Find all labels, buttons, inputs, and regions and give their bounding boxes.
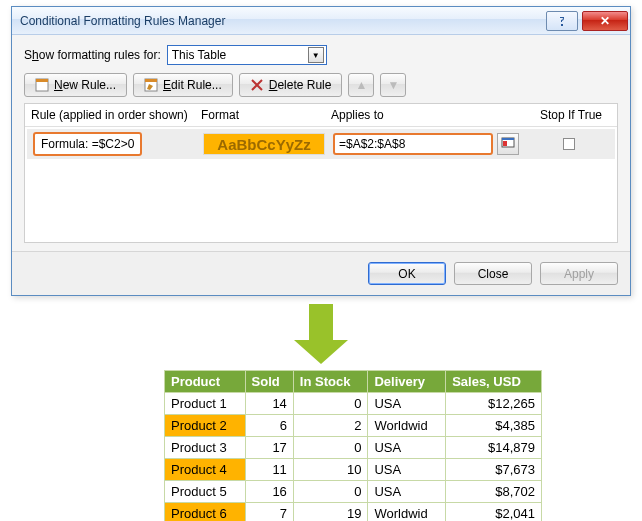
stop-if-true-checkbox[interactable] [563, 138, 575, 150]
svg-rect-1 [36, 79, 48, 82]
table-cell: 14 [245, 393, 293, 415]
table-cell: Product 3 [165, 437, 246, 459]
table-cell: USA [368, 459, 446, 481]
table-cell: Product 5 [165, 481, 246, 503]
help-button[interactable] [546, 11, 578, 31]
table-cell: 17 [245, 437, 293, 459]
table-row: Product 1140USA$12,265 [165, 393, 542, 415]
table-cell: 11 [245, 459, 293, 481]
edit-rule-label: Edit Rule... [163, 78, 222, 92]
table-cell: $7,673 [446, 459, 542, 481]
table-header: Product [165, 371, 246, 393]
table-header: In Stock [293, 371, 368, 393]
dialog-title: Conditional Formatting Rules Manager [20, 14, 544, 28]
table-cell: 16 [245, 481, 293, 503]
table-cell: USA [368, 481, 446, 503]
table-cell: $12,265 [446, 393, 542, 415]
worksheet-area: ProductSoldIn StockDeliverySales, USD Pr… [0, 304, 642, 521]
table-cell: 6 [245, 415, 293, 437]
table-cell: USA [368, 393, 446, 415]
table-cell: Product 2 [165, 415, 246, 437]
new-rule-icon [35, 78, 49, 92]
table-header: Delivery [368, 371, 446, 393]
edit-rule-button[interactable]: Edit Rule... [133, 73, 233, 97]
table-cell: 0 [293, 393, 368, 415]
chevron-down-icon: ▼ [308, 47, 324, 63]
titlebar[interactable]: Conditional Formatting Rules Manager ✕ [12, 7, 630, 35]
conditional-formatting-dialog: Conditional Formatting Rules Manager ✕ S… [11, 6, 631, 296]
table-row: Product 3170USA$14,879 [165, 437, 542, 459]
delete-rule-label: Delete Rule [269, 78, 332, 92]
rule-row[interactable]: Formula: =$C2>0 AaBbCcYyZz =$A$2:$A$8 [27, 129, 615, 159]
table-cell: Worldwid [368, 415, 446, 437]
table-cell: 19 [293, 503, 368, 522]
table-cell: 0 [293, 437, 368, 459]
table-header: Sold [245, 371, 293, 393]
svg-rect-5 [502, 138, 514, 140]
rules-toolbar: New Rule... Edit Rule... Delete Rule ▲ ▼ [24, 73, 618, 97]
table-cell: USA [368, 437, 446, 459]
new-rule-button[interactable]: New Rule... [24, 73, 127, 97]
scope-select[interactable]: This Table ▼ [167, 45, 327, 65]
table-cell: 10 [293, 459, 368, 481]
table-cell: Worldwid [368, 503, 446, 522]
table-row: Product 6719Worldwid$2,041 [165, 503, 542, 522]
table-header: Sales, USD [446, 371, 542, 393]
table-row: Product 262Worldwid$4,385 [165, 415, 542, 437]
table-cell: 7 [245, 503, 293, 522]
table-cell: Product 4 [165, 459, 246, 481]
delete-rule-icon [250, 78, 264, 92]
scope-select-value: This Table [172, 48, 226, 62]
table-cell: $14,879 [446, 437, 542, 459]
applies-to-input[interactable]: =$A$2:$A$8 [333, 133, 493, 155]
close-window-button[interactable]: ✕ [582, 11, 628, 31]
new-rule-label: New Rule... [54, 78, 116, 92]
delete-rule-button[interactable]: Delete Rule [239, 73, 343, 97]
table-cell: Product 1 [165, 393, 246, 415]
close-button[interactable]: Close [454, 262, 532, 285]
header-rule: Rule (applied in order shown) [31, 108, 201, 122]
move-down-button[interactable]: ▼ [380, 73, 406, 97]
header-format: Format [201, 108, 331, 122]
header-applies: Applies to [331, 108, 531, 122]
table-cell: $2,041 [446, 503, 542, 522]
format-preview: AaBbCcYyZz [203, 133, 325, 155]
table-row: Product 5160USA$8,702 [165, 481, 542, 503]
ok-button[interactable]: OK [368, 262, 446, 285]
move-up-button[interactable]: ▲ [348, 73, 374, 97]
scope-row: Show formatting rules for: This Table ▼ [24, 45, 618, 65]
dialog-body: Show formatting rules for: This Table ▼ … [12, 35, 630, 251]
apply-button[interactable]: Apply [540, 262, 618, 285]
header-stop: Stop If True [531, 108, 611, 122]
table-cell: 2 [293, 415, 368, 437]
rules-list: Rule (applied in order shown) Format App… [24, 103, 618, 243]
rules-header-row: Rule (applied in order shown) Format App… [25, 104, 617, 127]
svg-rect-3 [145, 79, 157, 82]
rule-name: Formula: =$C2>0 [33, 132, 142, 156]
scope-label: Show formatting rules for: [24, 48, 161, 62]
table-row: Product 41110USA$7,673 [165, 459, 542, 481]
table-cell: $4,385 [446, 415, 542, 437]
table-cell: $8,702 [446, 481, 542, 503]
svg-rect-6 [503, 141, 507, 146]
range-selector-button[interactable] [497, 133, 519, 155]
result-arrow-icon [294, 304, 348, 364]
result-table: ProductSoldIn StockDeliverySales, USD Pr… [164, 370, 542, 521]
edit-rule-icon [144, 78, 158, 92]
dialog-footer: OK Close Apply [12, 251, 630, 295]
table-cell: Product 6 [165, 503, 246, 522]
table-cell: 0 [293, 481, 368, 503]
